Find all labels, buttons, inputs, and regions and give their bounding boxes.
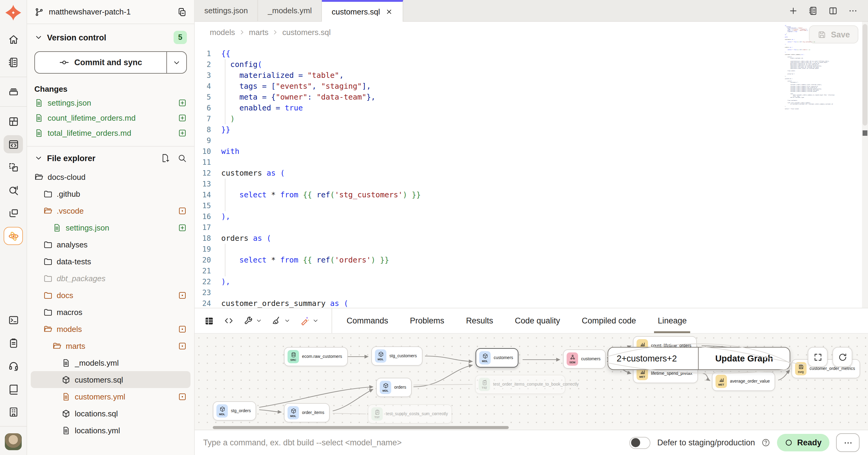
new-tab-icon[interactable] (788, 6, 798, 16)
dashboard-icon[interactable] (4, 112, 23, 130)
panel-tab-Results[interactable]: Results (455, 308, 504, 333)
tree-item-locations.sql[interactable]: locations.sql (27, 405, 194, 422)
tab-settings.json[interactable]: settings.json (195, 0, 258, 21)
line-text: tags = ["events", "staging"], (220, 81, 371, 92)
build-tool-button[interactable] (243, 316, 262, 326)
visual-editor-icon[interactable] (4, 158, 23, 176)
lineage-node-stg_customers[interactable]: MDL stg_customers (371, 346, 422, 366)
panel-tab-Compiled code[interactable]: Compiled code (571, 308, 647, 333)
close-icon[interactable] (385, 8, 393, 16)
lineage-hscrollbar[interactable] (213, 426, 509, 429)
preview-table-icon[interactable] (204, 315, 215, 326)
commit-and-sync-button[interactable]: Commit and sync (35, 52, 167, 73)
lineage-node-orders[interactable]: MDL orders (376, 378, 412, 397)
folder-open-icon (43, 324, 53, 333)
tree-item-_models.yml[interactable]: _models.yml (27, 354, 194, 371)
changed-file-row[interactable]: total_lifetime_orders.md (27, 125, 194, 141)
tree-item-customers.yml[interactable]: customers.yml (27, 388, 194, 405)
line-text: orders as ( (220, 233, 271, 244)
tree-item-locations.yml[interactable]: locations.yml (27, 422, 194, 439)
line-text: customer_orders_summary as ( (220, 298, 348, 308)
compile-code-icon[interactable] (224, 316, 234, 326)
command-input[interactable]: Type a command, ex. dbt build --select <… (203, 438, 402, 447)
changed-file-row[interactable]: count_lifetime_orders.md (27, 110, 194, 125)
added-plus-icon (178, 223, 187, 232)
code-editor-icon[interactable] (4, 135, 23, 153)
tree-item-docs-cloud[interactable]: docs-cloud (27, 168, 194, 185)
tree-item-.github[interactable]: .github (27, 185, 194, 202)
dbt-logo-icon[interactable] (4, 4, 22, 22)
panel-tab-Commands[interactable]: Commands (336, 308, 399, 333)
split-editor-icon[interactable] (828, 6, 838, 16)
more-actions-button[interactable] (836, 433, 860, 452)
help-icon[interactable] (762, 438, 771, 447)
defer-toggle[interactable] (629, 436, 651, 449)
tab-customers.sql[interactable]: customers.sql (322, 0, 403, 22)
ready-status-badge[interactable]: Ready (777, 434, 830, 451)
branch-selector[interactable]: matthewshaver-patch-1 (27, 0, 194, 24)
fullscreen-button[interactable] (808, 347, 828, 367)
tree-item-marts[interactable]: marts (27, 337, 194, 354)
more-options-icon[interactable] (848, 6, 858, 16)
changed-file-row[interactable]: settings.json (27, 95, 194, 110)
explore-icon[interactable] (4, 181, 23, 199)
tree-item-settings.json[interactable]: settings.json (27, 219, 194, 236)
copy-icon[interactable] (177, 7, 187, 17)
file-explorer-header[interactable]: File explorer (27, 147, 194, 167)
editor-scrollbar[interactable] (862, 22, 868, 308)
tree-item-analyses[interactable]: analyses (27, 236, 194, 253)
tree-item-docs[interactable]: docs (27, 287, 194, 304)
lineage-canvas[interactable]: SRC ecom.raw_customers MDL stg_customers… (195, 333, 868, 430)
format-tool-button[interactable] (271, 316, 290, 326)
line-number: 8 (195, 124, 220, 135)
support-icon[interactable] (4, 357, 23, 375)
orchestration-icon[interactable] (4, 204, 23, 222)
line-text (220, 222, 221, 233)
lineage-node-stg_orders[interactable]: MDL stg_orders (213, 401, 256, 421)
lineage-node-customers[interactable]: MDL customers (475, 348, 519, 368)
code-area[interactable]: 1{{2 config(3 materialized = "table",4 t… (195, 48, 868, 308)
minimap[interactable]: {{ config( materialized = "table", tags … (785, 25, 835, 110)
code-line: 10with (195, 146, 868, 157)
commit-options-button[interactable] (167, 52, 186, 73)
lineage-search-input[interactable]: 2+customers+2 (608, 348, 699, 369)
lineage-node-test_order_items_compute_to_book_correctly[interactable]: TST test_order_items_compute_to_book_cor… (475, 375, 565, 394)
clipboard-icon[interactable] (4, 334, 23, 352)
file-icon (34, 98, 43, 107)
tab-_models.yml[interactable]: _models.yml (258, 0, 322, 21)
notebook-icon[interactable] (4, 53, 23, 71)
refresh-graph-button[interactable] (832, 347, 852, 367)
update-graph-button[interactable]: Update Graph (699, 348, 789, 369)
version-control-header[interactable]: Version control 5 (27, 24, 194, 48)
panel-tab-Problems[interactable]: Problems (399, 308, 455, 333)
lineage-node-ecom.raw_customers[interactable]: SRC ecom.raw_customers (284, 347, 347, 366)
copilot-atom-icon[interactable] (4, 227, 23, 245)
tree-item-data-tests[interactable]: data-tests (27, 253, 194, 270)
tree-item-macros[interactable]: macros (27, 304, 194, 320)
organization-icon[interactable] (4, 402, 23, 421)
docs-icon[interactable] (4, 379, 23, 398)
tree-item-.vscode[interactable]: .vscode (27, 202, 194, 219)
tree-item-customers.sql[interactable]: customers.sql (31, 371, 190, 388)
scrollbar-thumb[interactable] (863, 24, 867, 125)
lineage-node-test_supply_costs_sum_correctly[interactable]: TST test_supply_costs_sum_correctly (368, 404, 452, 424)
home-icon[interactable] (4, 30, 23, 48)
added-plus-icon[interactable] (178, 129, 187, 138)
tree-item-models[interactable]: models (27, 320, 194, 337)
new-file-icon[interactable] (160, 153, 170, 163)
user-avatar[interactable] (5, 433, 22, 450)
copilot-tool-button[interactable] (300, 316, 319, 326)
drawer-icon[interactable] (4, 83, 23, 101)
code-line: 2 config( (195, 59, 868, 70)
panel-tab-Code quality[interactable]: Code quality (504, 308, 571, 333)
search-icon[interactable] (177, 153, 187, 163)
lineage-node-average_order_value[interactable]: MET average_order_value (712, 372, 775, 391)
tree-item-dbt_packages[interactable]: dbt_packages (27, 270, 194, 287)
terminal-icon[interactable] (4, 311, 23, 329)
lineage-node-customers[interactable]: SEM customers (563, 349, 606, 369)
notebook-panel-icon[interactable] (808, 6, 818, 16)
panel-tab-Lineage[interactable]: Lineage (647, 308, 698, 333)
added-plus-icon[interactable] (178, 98, 187, 107)
lineage-node-order_items[interactable]: MDL order_items (284, 403, 330, 422)
added-plus-icon[interactable] (178, 113, 187, 122)
